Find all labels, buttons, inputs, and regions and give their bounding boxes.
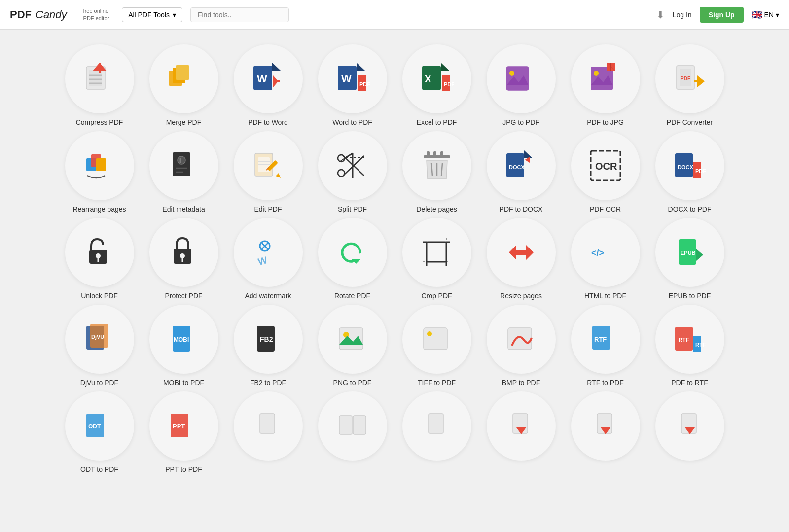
tool-item-compress-pdf[interactable]: Compress PDF bbox=[59, 44, 140, 126]
tool-item-merge-pdf[interactable]: Merge PDF bbox=[143, 44, 224, 126]
tool-item-pdf-to-word[interactable]: W PDF to Word bbox=[228, 44, 308, 126]
language-button[interactable]: 🇬🇧 EN ▾ bbox=[752, 9, 779, 20]
tool-label-unlock-pdf: Unlock PDF bbox=[81, 292, 118, 300]
tool-circle-word-to-pdf: W PDF bbox=[318, 44, 387, 113]
tool-item-partial6[interactable] bbox=[481, 391, 561, 473]
svg-text:</>: </> bbox=[591, 248, 604, 258]
logo-area: PDFCandy free online PDF editor bbox=[10, 7, 109, 23]
tool-item-delete-pages[interactable]: Delete pages bbox=[396, 131, 477, 213]
tool-item-add-watermark[interactable]: W Add watermark bbox=[228, 218, 308, 300]
svg-point-31 bbox=[594, 71, 599, 76]
tool-item-split-pdf[interactable]: Split PDF bbox=[312, 131, 393, 213]
main-content: Compress PDF Merge PDF W PDF to Word W bbox=[49, 30, 740, 483]
tool-item-unlock-pdf[interactable]: Unlock PDF bbox=[59, 218, 140, 300]
svg-text:OCR: OCR bbox=[595, 161, 617, 172]
download-icon[interactable]: ⬇ bbox=[656, 9, 665, 21]
tool-item-protect-pdf[interactable]: Protect PDF bbox=[143, 218, 224, 300]
svg-text:W: W bbox=[256, 254, 268, 267]
tool-circle-bmp-to-pdf bbox=[487, 305, 556, 374]
tool-circle-pdf-ocr: OCR bbox=[571, 131, 640, 200]
tool-item-partial5[interactable] bbox=[396, 391, 477, 473]
tool-item-pdf-converter[interactable]: PDF PDF Converter bbox=[649, 44, 730, 126]
tool-item-edit-pdf[interactable]: Edit PDF bbox=[228, 131, 308, 213]
tool-item-pdf-to-jpg[interactable]: PDF to JPG bbox=[565, 44, 646, 126]
svg-rect-26 bbox=[506, 67, 529, 90]
tool-label-rtf-to-pdf: RTF to PDF bbox=[587, 379, 623, 387]
tool-item-pdf-ocr[interactable]: OCR PDF OCR bbox=[565, 131, 646, 213]
tool-item-epub-to-pdf[interactable]: EPUB EPUB to PDF bbox=[649, 218, 730, 300]
tool-label-pdf-to-jpg: PDF to JPG bbox=[587, 118, 624, 126]
tool-label-bmp-to-pdf: BMP to PDF bbox=[502, 379, 540, 387]
tool-item-tiff-to-pdf[interactable]: TIFF to PDF bbox=[396, 305, 477, 387]
svg-text:EPUB: EPUB bbox=[681, 250, 696, 256]
tool-label-odt-to-pdf: ODT to PDF bbox=[80, 465, 118, 473]
tool-circle-edit-metadata: i bbox=[149, 131, 218, 200]
tool-item-crop-pdf[interactable]: Crop PDF bbox=[396, 218, 477, 300]
tool-circle-compress-pdf bbox=[65, 44, 134, 113]
tool-circle-pdf-to-jpg bbox=[571, 44, 640, 113]
tool-label-edit-metadata: Edit metadata bbox=[162, 205, 205, 213]
tool-item-pdf-to-rtf[interactable]: RTF RTF PDF to RTF bbox=[649, 305, 730, 387]
tool-item-rtf-to-pdf[interactable]: RTF RTF to PDF bbox=[565, 305, 646, 387]
svg-text:PDF: PDF bbox=[359, 81, 370, 87]
tool-item-djvu-to-pdf[interactable]: DjVU DjVu to PDF bbox=[59, 305, 140, 387]
flag-icon: 🇬🇧 bbox=[752, 9, 762, 20]
svg-rect-43 bbox=[96, 158, 106, 171]
tool-item-rotate-pdf[interactable]: Rotate PDF bbox=[312, 218, 393, 300]
tool-circle-fb2-to-pdf: FB2 bbox=[234, 305, 303, 374]
tool-label-rotate-pdf: Rotate PDF bbox=[334, 292, 370, 300]
tool-item-bmp-to-pdf[interactable]: BMP to PDF bbox=[481, 305, 561, 387]
svg-point-45 bbox=[178, 156, 185, 164]
tool-circle-resize-pages bbox=[487, 218, 556, 287]
svg-rect-131 bbox=[429, 414, 443, 433]
svg-marker-104 bbox=[696, 249, 703, 261]
tool-item-excel-to-pdf[interactable]: X PDF Excel to PDF bbox=[396, 44, 477, 126]
svg-text:RTF: RTF bbox=[679, 337, 689, 343]
tool-label-pdf-to-word: PDF to Word bbox=[248, 118, 288, 126]
tool-item-odt-to-pdf[interactable]: ODT ODT to PDF bbox=[59, 391, 140, 473]
tool-label-delete-pages: Delete pages bbox=[416, 205, 457, 213]
svg-text:ODT: ODT bbox=[88, 423, 101, 430]
svg-text:DjVU: DjVU bbox=[91, 334, 104, 340]
svg-text:MOBI: MOBI bbox=[174, 336, 189, 343]
tool-label-resize-pages: Resize pages bbox=[500, 292, 542, 300]
tool-item-edit-metadata[interactable]: i Edit metadata bbox=[143, 131, 224, 213]
tool-item-png-to-pdf[interactable]: PNG to PDF bbox=[312, 305, 393, 387]
tool-item-partial8[interactable] bbox=[649, 391, 730, 473]
tool-label-rearrange-pages: Rearrange pages bbox=[72, 205, 126, 213]
all-tools-button[interactable]: All PDF Tools ▾ bbox=[122, 7, 182, 22]
tool-item-jpg-to-pdf[interactable]: JPG to PDF bbox=[481, 44, 561, 126]
tool-item-ppt-to-pdf[interactable]: PPT PPT to PDF bbox=[143, 391, 224, 473]
search-input[interactable] bbox=[190, 7, 289, 22]
tool-label-word-to-pdf: Word to PDF bbox=[332, 118, 372, 126]
tool-item-word-to-pdf[interactable]: W PDF Word to PDF bbox=[312, 44, 393, 126]
login-button[interactable]: Log In bbox=[673, 11, 692, 19]
tool-item-resize-pages[interactable]: Resize pages bbox=[481, 218, 561, 300]
svg-rect-130 bbox=[353, 416, 366, 434]
logo-pdf-text: PDF bbox=[10, 8, 32, 21]
tool-item-fb2-to-pdf[interactable]: FB2 FB2 to PDF bbox=[228, 305, 308, 387]
header: PDFCandy free online PDF editor All PDF … bbox=[0, 0, 789, 30]
svg-line-58 bbox=[346, 153, 353, 157]
tool-circle-unlock-pdf bbox=[65, 218, 134, 287]
tool-item-partial7[interactable] bbox=[565, 391, 646, 473]
tool-item-partial4[interactable] bbox=[312, 391, 393, 473]
svg-text:DOCX: DOCX bbox=[509, 164, 525, 170]
tool-item-html-to-pdf[interactable]: </> HTML to PDF bbox=[565, 218, 646, 300]
tool-item-rearrange-pages[interactable]: Rearrange pages bbox=[59, 131, 140, 213]
tool-item-pdf-to-docx[interactable]: DOCX PDF to DOCX bbox=[481, 131, 561, 213]
tool-circle-split-pdf bbox=[318, 131, 387, 200]
tool-circle-html-to-pdf: </> bbox=[571, 218, 640, 287]
tool-label-tiff-to-pdf: TIFF to PDF bbox=[418, 379, 456, 387]
signup-button[interactable]: Sign Up bbox=[700, 7, 744, 23]
svg-text:W: W bbox=[341, 72, 352, 85]
tool-item-partial3[interactable] bbox=[228, 391, 308, 473]
tool-label-djvu-to-pdf: DjVu to PDF bbox=[80, 379, 118, 387]
tool-circle-partial6 bbox=[487, 391, 556, 461]
tool-item-docx-to-pdf[interactable]: DOCX PDF DOCX to PDF bbox=[649, 131, 730, 213]
svg-text:PPT: PPT bbox=[173, 423, 185, 430]
tool-circle-djvu-to-pdf: DjVU bbox=[65, 305, 134, 374]
tool-circle-excel-to-pdf: X PDF bbox=[402, 44, 471, 113]
tool-item-mobi-to-pdf[interactable]: MOBI MOBI to PDF bbox=[143, 305, 224, 387]
svg-text:PDF: PDF bbox=[681, 76, 690, 81]
